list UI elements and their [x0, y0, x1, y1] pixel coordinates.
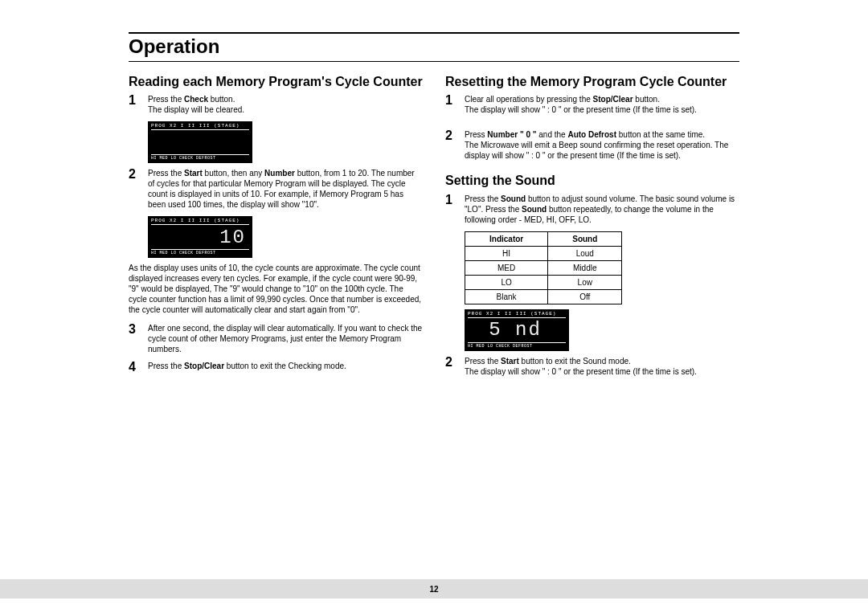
text: The display will show " : 0 " or the pre…: [465, 367, 697, 376]
display-bottom-labels: HI MED LO CHECK DEFROST: [151, 156, 249, 161]
page-number: 12: [429, 585, 438, 594]
text: Press the: [465, 357, 501, 366]
step-number: 2: [445, 356, 457, 369]
right-heading-1: Resetting the Memory Program Cycle Count…: [445, 75, 739, 89]
step-text: Press the Start button to exit the Sound…: [465, 356, 739, 377]
step-text: Press Number " 0 " and the Auto Defrost …: [465, 129, 739, 161]
display-digits: [151, 130, 249, 154]
step-number: 1: [445, 194, 457, 206]
manual-page: Operation Reading each Memory Program's …: [0, 0, 868, 613]
step-number: 2: [129, 168, 140, 181]
display-bottom-labels: HI MED LO CHECK DEFROST: [151, 251, 249, 255]
sound-step-2: 2 Press the Start button to exit the Sou…: [445, 356, 739, 377]
table-row: LOLow: [465, 275, 622, 289]
step-text: Clear all operations by pressing the Sto…: [465, 94, 739, 115]
step-text: Press the Start button, then any Number …: [148, 168, 423, 210]
left-paragraph: As the display uses units of 10, the cyc…: [129, 263, 423, 315]
text: Press the: [148, 362, 184, 370]
left-column: Reading each Memory Program's Cycle Coun…: [129, 70, 423, 383]
step-number: 4: [129, 361, 140, 374]
page-title: Operation: [129, 35, 739, 58]
text: Press the: [465, 194, 501, 203]
left-step-3: 3 After one second, the display will cle…: [129, 323, 423, 354]
text: Press the: [148, 169, 184, 178]
text: The Microwave will emit a Beep sound con…: [465, 141, 728, 160]
text: Press the: [148, 95, 184, 104]
text: and the: [537, 130, 568, 139]
page-footer: 12: [0, 579, 868, 599]
left-step-2: 2 Press the Start button, then any Numbe…: [129, 168, 423, 210]
text: button at the same time.: [616, 130, 705, 139]
microwave-display-1: PROG X2 I II III (STAGE) HI MED LO CHECK…: [148, 121, 252, 163]
right-column: Resetting the Memory Program Cycle Count…: [445, 70, 739, 383]
left-step-1: 1 Press the Check button. The display wi…: [129, 94, 423, 115]
table-cell: Loud: [548, 246, 622, 260]
left-heading: Reading each Memory Program's Cycle Coun…: [129, 75, 423, 89]
two-columns: Reading each Memory Program's Cycle Coun…: [129, 70, 739, 383]
bold-text: Stop/Clear: [593, 95, 633, 104]
table-header: Sound: [548, 231, 622, 246]
display-digits: 10: [151, 225, 249, 249]
step-number: 3: [129, 323, 140, 336]
display-top-labels: PROG X2 I II III (STAGE): [468, 311, 566, 317]
microwave-display-2: PROG X2 I II III (STAGE) 10 HI MED LO CH…: [148, 216, 252, 258]
table-row: MEDMiddle: [465, 260, 622, 275]
display-top-labels: PROG X2 I II III (STAGE): [151, 123, 249, 129]
bold-text: Sound: [501, 194, 526, 203]
text: The display will be cleared.: [148, 105, 244, 114]
step-number: 1: [445, 94, 457, 107]
display-bottom-labels: HI MED LO CHECK DEFROST: [468, 344, 566, 349]
title-underline: [129, 61, 739, 62]
text: button.: [633, 95, 660, 104]
bold-text: Number: [264, 169, 295, 178]
sound-step-1: 1 Press the Sound button to adjust sound…: [445, 194, 739, 225]
bold-text: Auto Defrost: [567, 130, 616, 139]
text: The display will show " : 0 " or the pre…: [465, 105, 697, 114]
bold-text: Start: [184, 169, 203, 178]
step-text: After one second, the display will clear…: [148, 323, 423, 354]
table-row: HILoud: [465, 246, 622, 260]
table-header: Indicator: [465, 231, 548, 246]
table-cell: HI: [465, 246, 548, 260]
microwave-display-3: PROG X2 I II III (STAGE) 5 nd HI MED LO …: [465, 309, 569, 351]
table-cell: Off: [548, 289, 622, 304]
text: Clear all operations by pressing the: [465, 95, 593, 104]
display-digits: 5 nd: [468, 318, 566, 342]
step-number: 2: [445, 129, 457, 142]
table-cell: LO: [465, 275, 548, 289]
text: button to exit the Checking mode.: [224, 362, 346, 370]
bold-text: Number " 0 ": [487, 130, 536, 139]
table-cell: Low: [548, 275, 622, 289]
right-heading-2: Setting the Sound: [445, 174, 739, 188]
bold-text: Check: [184, 95, 208, 104]
bold-text: Sound: [522, 205, 547, 214]
step-text: Press the Sound button to adjust sound v…: [465, 194, 739, 225]
right-step-2: 2 Press Number " 0 " and the Auto Defros…: [445, 129, 739, 161]
step-text: Press the Check button. The display will…: [148, 94, 423, 115]
table-cell: Middle: [548, 260, 622, 275]
text: button to exit the Sound mode.: [519, 357, 631, 366]
table-cell: MED: [465, 260, 548, 275]
text: button.: [208, 95, 235, 104]
table-cell: Blank: [465, 289, 548, 304]
top-rule: [129, 32, 739, 34]
right-step-1: 1 Clear all operations by pressing the S…: [445, 94, 739, 115]
bold-text: Start: [501, 357, 519, 366]
text: Press: [465, 130, 487, 139]
sound-table: Indicator Sound HILoud MEDMiddle LOLow B…: [465, 231, 622, 304]
text: button, then any: [203, 169, 264, 178]
step-text: Press the Stop/Clear button to exit the …: [148, 361, 423, 371]
table-row: BlankOff: [465, 289, 622, 304]
bold-text: Stop/Clear: [184, 362, 224, 370]
left-step-4: 4 Press the Stop/Clear button to exit th…: [129, 361, 423, 374]
step-number: 1: [129, 94, 140, 107]
display-top-labels: PROG X2 I II III (STAGE): [151, 218, 249, 223]
